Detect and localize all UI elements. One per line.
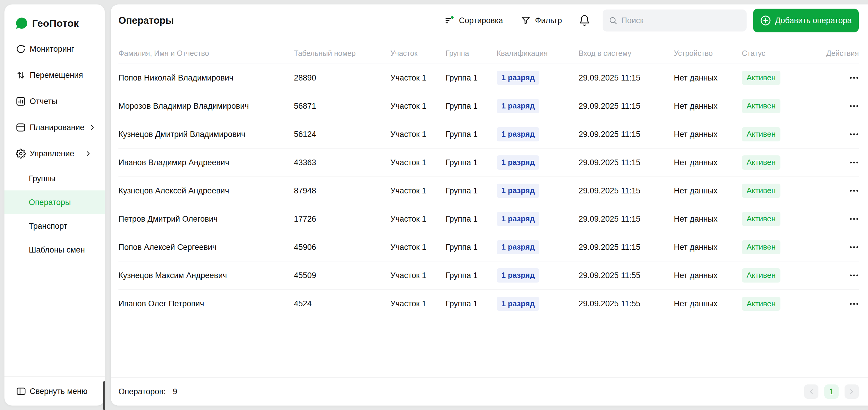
cell-name: Петров Дмитрий Олегович xyxy=(119,214,294,224)
col-device-header: Устройство xyxy=(674,49,742,58)
cell-status: Активен xyxy=(742,184,824,198)
cell-qualification: 1 разряд xyxy=(497,127,579,141)
sidebar-item-label: Перемещения xyxy=(30,71,83,80)
sidebar-item-monitoring[interactable]: Мониторинг xyxy=(4,36,105,62)
col-name-header: Фамилия, Имя и Отчество xyxy=(119,49,294,58)
filter-button[interactable]: Фильтр xyxy=(521,16,562,26)
movements-icon xyxy=(16,70,26,80)
cell-actions xyxy=(824,272,859,279)
cell-status: Активен xyxy=(742,240,824,254)
cell-number: 45509 xyxy=(294,271,390,280)
cell-number: 17726 xyxy=(294,214,390,224)
cell-qualification: 1 разряд xyxy=(497,184,579,198)
cell-device: Нет данных xyxy=(674,158,742,167)
row-actions-button[interactable] xyxy=(849,272,859,279)
sidebar-item-groups[interactable]: Группы xyxy=(4,167,105,191)
chevron-left-icon xyxy=(807,388,815,396)
row-actions-button[interactable] xyxy=(849,187,859,194)
monitoring-icon xyxy=(16,44,26,54)
row-actions-button[interactable] xyxy=(849,216,859,222)
cell-name: Кузнецов Дмитрий Владимирович xyxy=(119,130,294,139)
row-actions-button[interactable] xyxy=(849,131,859,138)
status-badge: Активен xyxy=(742,240,780,254)
row-actions-button[interactable] xyxy=(849,159,859,166)
plus-circle-icon xyxy=(760,15,771,26)
search-input[interactable] xyxy=(621,16,741,25)
sidebar-item-reports[interactable]: Отчеты xyxy=(4,88,105,114)
cell-name: Попов Алексей Сергеевич xyxy=(119,243,294,252)
cell-group: Группа 1 xyxy=(445,158,497,167)
row-actions-button[interactable] xyxy=(849,301,859,307)
page-title: Операторы xyxy=(119,15,174,26)
cell-number: 43363 xyxy=(294,158,390,167)
sub-item-label: Группы xyxy=(29,174,56,183)
prev-page-button[interactable] xyxy=(804,384,818,399)
qualification-badge: 1 разряд xyxy=(497,127,539,141)
cell-login: 29.09.2025 11:15 xyxy=(579,101,674,111)
qualification-badge: 1 разряд xyxy=(497,212,539,226)
cell-status: Активен xyxy=(742,99,824,113)
cell-qualification: 1 разряд xyxy=(497,297,579,311)
cell-section: Участок 1 xyxy=(390,158,445,167)
sidebar-item-movements[interactable]: Перемещения xyxy=(4,62,105,88)
operators-count: Операторов: 9 xyxy=(119,387,177,396)
sort-button[interactable]: Сортировка xyxy=(444,15,503,26)
sidebar-item-planning[interactable]: Планирование xyxy=(4,114,105,141)
sidebar-item-transport[interactable]: Транспорт xyxy=(4,214,105,238)
cell-name: Морозов Владимир Владимирович xyxy=(119,101,294,111)
qualification-badge: 1 разряд xyxy=(497,240,539,254)
table-row: Кузнецов Максим Андреевич 45509 Участок … xyxy=(119,261,859,290)
table-row: Петров Дмитрий Олегович 17726 Участок 1 … xyxy=(119,205,859,233)
table-row: Попов Алексей Сергеевич 45906 Участок 1 … xyxy=(119,233,859,261)
cell-login: 29.09.2025 11:15 xyxy=(579,74,674,83)
notifications-button[interactable] xyxy=(579,14,590,26)
qualification-badge: 1 разряд xyxy=(497,71,539,85)
cell-section: Участок 1 xyxy=(390,130,445,139)
col-status-header: Статус xyxy=(742,49,824,58)
sidebar-item-shift-templates[interactable]: Шаблоны смен xyxy=(4,238,105,262)
app-title: ГеоПоток xyxy=(32,18,79,29)
cell-qualification: 1 разряд xyxy=(497,268,579,282)
cell-number: 28890 xyxy=(294,74,390,83)
row-actions-button[interactable] xyxy=(849,75,859,81)
table-row: Попов Николай Владимирович 28890 Участок… xyxy=(119,64,859,92)
cell-group: Группа 1 xyxy=(445,101,497,111)
status-badge: Активен xyxy=(742,212,780,226)
table-row: Иванов Владимир Андреевич 43363 Участок … xyxy=(119,149,859,177)
collapse-menu-button[interactable]: Свернуть меню xyxy=(4,376,105,406)
page-number[interactable]: 1 xyxy=(824,384,839,399)
sidebar-item-label: Мониторинг xyxy=(30,45,74,54)
row-actions-button[interactable] xyxy=(849,103,859,109)
qualification-badge: 1 разряд xyxy=(497,155,539,169)
cell-device: Нет данных xyxy=(674,271,742,280)
status-badge: Активен xyxy=(742,155,780,169)
cell-device: Нет данных xyxy=(674,101,742,111)
table-row: Иванов Олег Петрович 4524 Участок 1 Груп… xyxy=(119,290,859,318)
cell-name: Попов Николай Владимирович xyxy=(119,74,294,83)
sidebar-item-operators[interactable]: Операторы xyxy=(4,191,105,214)
search-box xyxy=(602,9,747,31)
cell-actions xyxy=(824,187,859,194)
cell-name: Иванов Владимир Андреевич xyxy=(119,158,294,167)
cell-device: Нет данных xyxy=(674,214,742,224)
cell-device: Нет данных xyxy=(674,243,742,252)
cell-login: 29.09.2025 11:15 xyxy=(579,186,674,196)
row-actions-button[interactable] xyxy=(849,244,859,251)
cell-group: Группа 1 xyxy=(445,271,497,280)
sub-item-label: Транспорт xyxy=(29,222,67,231)
cell-actions xyxy=(824,159,859,166)
sidebar-item-management[interactable]: Управление xyxy=(4,141,105,167)
sidebar-item-label: Управление xyxy=(30,149,74,158)
sidebar-nav: Мониторинг Перемещения Отчеты xyxy=(4,36,105,262)
sidebar-item-label: Планирование xyxy=(30,123,84,132)
qualification-badge: 1 разряд xyxy=(497,268,539,282)
sidebar-scrollbar[interactable] xyxy=(103,381,105,410)
pagination: 1 xyxy=(804,384,859,399)
cell-name: Кузнецов Алексей Андреевич xyxy=(119,186,294,196)
cell-device: Нет данных xyxy=(674,130,742,139)
add-operator-button[interactable]: Добавить оператора xyxy=(753,9,859,32)
col-number-header: Табельный номер xyxy=(294,49,390,58)
cell-qualification: 1 разряд xyxy=(497,99,579,113)
next-page-button[interactable] xyxy=(844,384,859,399)
operators-count-value: 9 xyxy=(173,387,177,396)
